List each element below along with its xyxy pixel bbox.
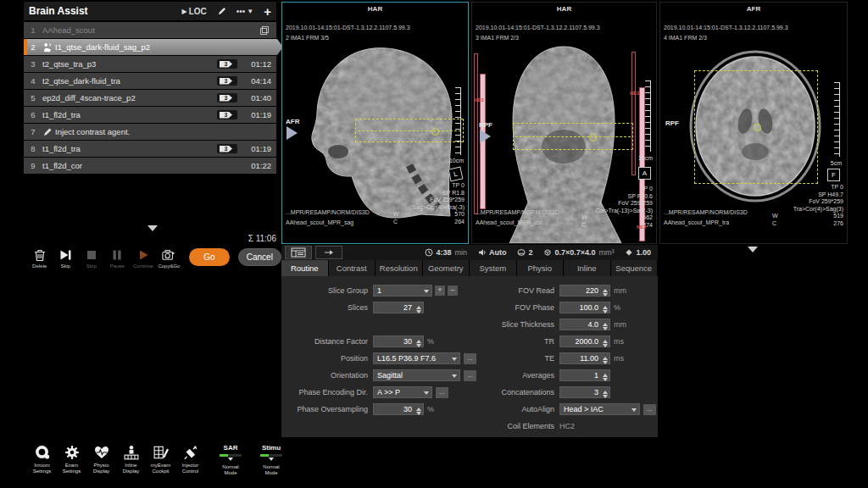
injector-control-button[interactable]: Injector Control (175, 444, 205, 474)
dropdown-select[interactable]: Sagittal (373, 369, 460, 381)
slice-group-overlay[interactable] (513, 123, 633, 150)
tab-system[interactable]: System (470, 260, 517, 276)
slice-rotation-handle[interactable] (754, 124, 761, 131)
step-up-icon[interactable] (603, 388, 608, 394)
step-up-icon[interactable] (416, 337, 421, 343)
step-down-icon[interactable] (603, 310, 608, 316)
numeric-stepper[interactable]: 100.0 (559, 302, 610, 313)
edit-pencil-button[interactable] (217, 7, 226, 16)
protocol-step-1[interactable]: 1AAhead_scout (24, 22, 276, 38)
slice-group-overlay[interactable] (355, 119, 464, 142)
slice-group-overlay[interactable] (694, 70, 818, 184)
tab-physio[interactable]: Physio (517, 260, 565, 276)
dropdown-select[interactable]: L16.5 P36.9 F7.6 (373, 352, 460, 364)
step-down-icon[interactable] (603, 361, 608, 367)
physio-display-button[interactable]: Physio Display (86, 444, 116, 474)
protocol-step-9[interactable]: 9t1_fl2d_cor01:22 (24, 158, 276, 174)
step-up-icon[interactable] (603, 354, 608, 360)
coil-element-tag: HE2 (630, 91, 640, 96)
tab-geometry[interactable]: Geometry (423, 260, 470, 276)
numeric-stepper[interactable]: 1 (559, 369, 610, 381)
protocol-step-3[interactable]: 3t2_qtse_tra_p3301:12 (24, 56, 276, 72)
numeric-stepper[interactable]: 30 (373, 403, 424, 415)
more-options-button[interactable]: ... (464, 370, 476, 381)
skip-button[interactable]: Skip (53, 247, 79, 269)
dropdown-select[interactable]: Head > IAC (559, 403, 640, 415)
tab-contrast[interactable]: Contrast (329, 260, 376, 276)
cancel-button[interactable]: Cancel (238, 248, 281, 266)
numeric-stepper[interactable]: 11.00 (559, 352, 610, 364)
inroom-settings-button[interactable]: Inroom Settings (27, 444, 57, 474)
step-down-icon[interactable] (603, 395, 608, 401)
step-down-icon[interactable] (603, 344, 608, 350)
stepper-arrows-icon[interactable] (603, 303, 608, 316)
myexam-cockpit-button[interactable]: myExam Cockpit (146, 444, 175, 474)
step-down-icon[interactable] (416, 412, 421, 418)
stepper-arrows-icon[interactable] (603, 337, 608, 350)
pointer-mode-button[interactable] (315, 246, 342, 259)
chevron-down-icon (424, 290, 429, 296)
stepper-arrows-icon[interactable] (603, 286, 608, 299)
stepper-arrows-icon[interactable] (603, 320, 608, 333)
viewport-expand-arrow-icon[interactable] (748, 247, 758, 258)
slice-rotation-handle[interactable] (431, 128, 439, 136)
numeric-stepper[interactable]: 3 (559, 386, 610, 398)
protocol-step-7[interactable]: 7Inject contrast agent. (24, 124, 276, 140)
numeric-stepper[interactable]: 27 (373, 302, 424, 313)
more-options-button[interactable]: ... (464, 353, 476, 364)
numeric-stepper[interactable]: 2000.0 (559, 336, 610, 347)
add-step-button[interactable]: + (264, 4, 271, 19)
step-up-icon[interactable] (603, 320, 608, 326)
viewport-coronal[interactable]: HAR 2019.10.01-14:15:01-DST-1.3.12.2.110… (471, 2, 657, 244)
parameter-card-view-button[interactable] (285, 246, 312, 259)
tab-inline[interactable]: Inline (564, 260, 611, 276)
viewport-sagittal[interactable]: HAR 2019.10.01-14:15:01-DST-1.3.12.2.110… (281, 2, 469, 244)
exam-settings-button[interactable]: Exam Settings (57, 444, 86, 474)
step-down-icon[interactable] (416, 310, 421, 316)
protocol-step-2[interactable]: 2t1_qtse_dark-fluid_sag_p2 (24, 39, 283, 55)
remove-slice-group-button[interactable]: – (448, 286, 458, 296)
dropdown-select[interactable]: 1 (373, 285, 432, 297)
parameter-label: Slice Group (283, 286, 373, 295)
step-up-icon[interactable] (416, 303, 421, 309)
more-menu-button[interactable]: •••▼ (236, 7, 253, 16)
protocol-step-8[interactable]: 8t1_fl2d_tra301:19 (24, 141, 276, 157)
go-button[interactable]: Go (189, 248, 229, 266)
step-up-icon[interactable] (603, 303, 608, 309)
numeric-stepper[interactable]: 220 (559, 285, 610, 297)
protocol-step-4[interactable]: 4t2_qtse_dark-fluid_tra304:14 (24, 73, 276, 89)
stepper-arrows-icon[interactable] (603, 371, 608, 384)
loc-button[interactable]: ▶LOC (182, 7, 207, 16)
more-options-button[interactable]: ... (436, 387, 448, 398)
protocol-step-6[interactable]: 6t1_fl2d_tra301:19 (24, 107, 276, 123)
copygo-button[interactable]: Copy&Go (157, 247, 182, 269)
step-up-icon[interactable] (603, 371, 608, 377)
list-expand-arrow-icon[interactable] (147, 225, 158, 236)
inline-display-button[interactable]: Inline Display (116, 444, 146, 474)
step-up-icon[interactable] (416, 405, 421, 411)
dropdown-select[interactable]: A >> P (373, 386, 432, 398)
step-down-icon[interactable] (416, 344, 421, 350)
step-number: 6 (24, 110, 42, 119)
stepper-arrows-icon[interactable] (416, 337, 421, 350)
numeric-stepper[interactable]: 4.0 (559, 319, 610, 330)
step-down-icon[interactable] (603, 327, 608, 333)
delete-button[interactable]: Delete (27, 247, 53, 269)
step-up-icon[interactable] (603, 286, 608, 292)
tab-resolution[interactable]: Resolution (376, 260, 423, 276)
stepper-arrows-icon[interactable] (416, 303, 421, 316)
stepper-arrows-icon[interactable] (603, 388, 608, 401)
tab-routine[interactable]: Routine (281, 260, 329, 276)
slice-rotation-handle[interactable] (589, 134, 597, 141)
step-down-icon[interactable] (603, 293, 608, 299)
protocol-step-5[interactable]: 5ep2d_diff_4scan-trace_p2301:40 (24, 90, 276, 106)
step-down-icon[interactable] (603, 378, 608, 384)
add-slice-group-button[interactable]: + (435, 286, 445, 296)
viewport-axial[interactable]: AFR 2019.10.01-14:15:01-DST-1.3.12.2.110… (659, 2, 848, 244)
stepper-arrows-icon[interactable] (603, 354, 608, 367)
stepper-arrows-icon[interactable] (416, 405, 421, 418)
numeric-stepper[interactable]: 30 (373, 336, 424, 347)
more-options-button[interactable]: ... (643, 404, 656, 415)
step-up-icon[interactable] (603, 337, 608, 343)
tab-sequence[interactable]: Sequence (611, 260, 659, 276)
